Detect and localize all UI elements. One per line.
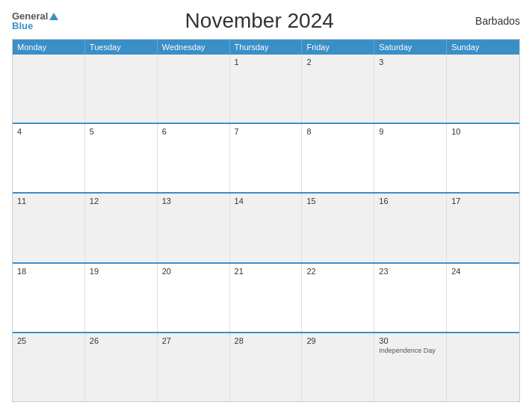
day-number: 28: [235, 336, 297, 345]
day-cell-nov5: 5: [85, 124, 158, 192]
day-cell-nov12: 12: [85, 194, 158, 262]
day-number: 13: [162, 197, 225, 206]
day-cell-nov7: 7: [230, 124, 303, 192]
day-number: 2: [306, 58, 369, 67]
day-number: 3: [379, 58, 442, 67]
day-cell-nov13: 13: [158, 194, 230, 262]
day-number: 8: [306, 127, 369, 136]
day-cell-nov24: 24: [447, 264, 519, 332]
logo-triangle-icon: [49, 13, 58, 20]
week-row-5: 25 26 27 28 29 30 Independence Day: [13, 332, 519, 401]
day-number: 25: [17, 336, 80, 345]
week-row-2: 4 5 6 7 8 9 10: [13, 123, 519, 192]
calendar-body: 1 2 3 4 5 6: [13, 55, 519, 401]
day-headers-row: Monday Tuesday Wednesday Thursday Friday…: [13, 40, 519, 55]
day-cell-nov20: 20: [158, 264, 230, 332]
header-thursday: Thursday: [230, 40, 303, 55]
day-cell-nov9: 9: [374, 124, 447, 192]
day-number: 1: [235, 58, 297, 67]
day-cell-nov4: 4: [13, 124, 85, 192]
day-cell-nov25: 25: [13, 333, 85, 401]
header-friday: Friday: [302, 40, 374, 55]
day-cell-nov27: 27: [158, 333, 230, 401]
day-number: 4: [17, 127, 80, 136]
day-number: 9: [379, 127, 442, 136]
week-row-3: 11 12 13 14 15 16 17: [13, 192, 519, 262]
day-number: 20: [162, 267, 225, 276]
header-wednesday: Wednesday: [158, 40, 230, 55]
logo: General Blue: [12, 11, 58, 31]
day-number: 15: [306, 197, 369, 206]
day-cell-nov19: 19: [85, 264, 158, 332]
day-cell-nov8: 8: [302, 124, 374, 192]
day-number: 26: [90, 336, 152, 345]
header-sunday: Sunday: [447, 40, 519, 55]
day-number: 24: [451, 267, 515, 276]
day-cell-empty-4: [447, 55, 519, 123]
day-number: 23: [379, 267, 442, 276]
header-saturday: Saturday: [374, 40, 447, 55]
day-number: 29: [306, 336, 369, 345]
country-label: Barbados: [460, 15, 520, 27]
day-number: 7: [235, 127, 297, 136]
day-cell-nov30: 30 Independence Day: [374, 333, 447, 401]
day-cell-nov11: 11: [13, 194, 85, 262]
day-number: 6: [162, 127, 225, 136]
calendar-page: General Blue November 2024 Barbados Mond…: [0, 0, 532, 411]
day-cell-nov28: 28: [230, 333, 303, 401]
day-cell-nov21: 21: [230, 264, 303, 332]
day-number: 14: [235, 197, 297, 206]
day-cell-nov26: 26: [85, 333, 158, 401]
independence-day-label: Independence Day: [379, 347, 442, 354]
day-cell-empty-last: [447, 333, 519, 401]
week-row-1: 1 2 3: [13, 55, 519, 123]
day-number: 17: [451, 197, 515, 206]
day-cell-nov10: 10: [447, 124, 519, 192]
day-number: 11: [17, 197, 80, 206]
day-cell-nov15: 15: [302, 194, 374, 262]
day-number: 12: [90, 197, 152, 206]
day-cell-nov3: 3: [374, 55, 447, 123]
day-number: 18: [17, 267, 80, 276]
day-cell-empty-3: [158, 55, 230, 123]
day-cell-nov6: 6: [158, 124, 230, 192]
day-cell-empty-2: [85, 55, 158, 123]
day-cell-nov17: 17: [447, 194, 519, 262]
day-number: 5: [90, 127, 152, 136]
day-cell-nov23: 23: [374, 264, 447, 332]
day-number: 10: [451, 127, 515, 136]
calendar-header: General Blue November 2024 Barbados: [12, 9, 520, 33]
day-number: 22: [306, 267, 369, 276]
logo-blue-text: Blue: [12, 21, 33, 31]
week-row-4: 18 19 20 21 22 23 24: [13, 262, 519, 332]
day-number: 19: [90, 267, 152, 276]
header-tuesday: Tuesday: [85, 40, 158, 55]
day-cell-nov1: 1: [230, 55, 303, 123]
day-cell-nov22: 22: [302, 264, 374, 332]
day-cell-nov14: 14: [230, 194, 303, 262]
calendar-grid: Monday Tuesday Wednesday Thursday Friday…: [12, 39, 520, 402]
day-cell-empty-1: [13, 55, 85, 123]
day-number: 21: [235, 267, 297, 276]
day-cell-nov2: 2: [302, 55, 374, 123]
day-number: 27: [162, 336, 225, 345]
day-number: 16: [379, 197, 442, 206]
day-cell-nov18: 18: [13, 264, 85, 332]
header-monday: Monday: [13, 40, 85, 55]
month-title: November 2024: [58, 9, 460, 33]
day-number: 30: [379, 336, 442, 345]
day-cell-nov29: 29: [302, 333, 374, 401]
day-cell-nov16: 16: [374, 194, 447, 262]
